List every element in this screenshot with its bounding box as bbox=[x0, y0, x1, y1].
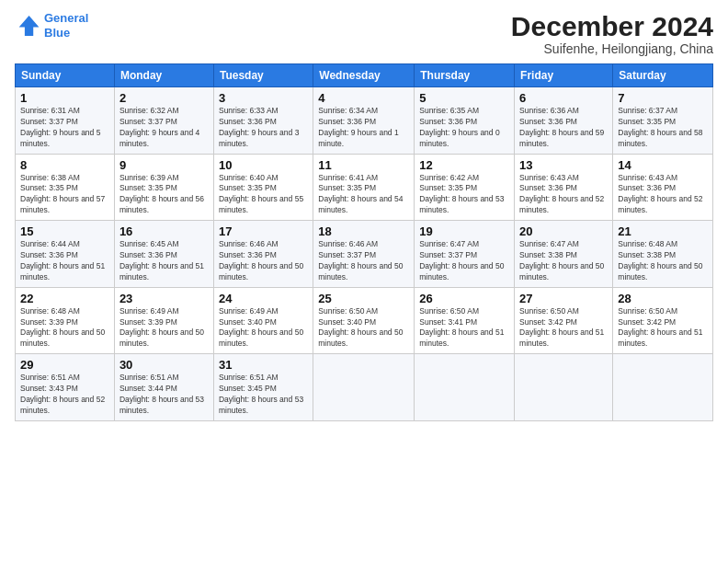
calendar-cell: 4 Sunrise: 6:34 AM Sunset: 3:36 PM Dayli… bbox=[313, 87, 415, 155]
day-info: Sunrise: 6:43 AM Sunset: 3:36 PM Dayligh… bbox=[519, 173, 608, 217]
day-number: 5 bbox=[419, 91, 509, 105]
logo-line2: Blue bbox=[44, 26, 70, 40]
svg-marker-0 bbox=[19, 16, 40, 36]
header: General Blue December 2024 Suifenhe, Hei… bbox=[15, 11, 713, 56]
day-info: Sunrise: 6:43 AM Sunset: 3:36 PM Dayligh… bbox=[618, 173, 708, 217]
day-number: 27 bbox=[519, 292, 608, 305]
day-number: 12 bbox=[419, 158, 509, 172]
day-number: 4 bbox=[318, 91, 409, 105]
day-info: Sunrise: 6:49 AM Sunset: 3:40 PM Dayligh… bbox=[219, 306, 308, 350]
day-info: Sunrise: 6:48 AM Sunset: 3:39 PM Dayligh… bbox=[20, 306, 109, 350]
calendar-table: Sunday Monday Tuesday Wednesday Thursday… bbox=[15, 63, 713, 421]
calendar-cell: 30 Sunrise: 6:51 AM Sunset: 3:44 PM Dayl… bbox=[114, 354, 213, 421]
col-sunday: Sunday bbox=[16, 64, 115, 87]
day-number: 21 bbox=[618, 224, 708, 238]
calendar-cell: 6 Sunrise: 6:36 AM Sunset: 3:36 PM Dayli… bbox=[515, 87, 613, 155]
page-container: General Blue December 2024 Suifenhe, Hei… bbox=[0, 0, 728, 429]
calendar-cell: 10 Sunrise: 6:40 AM Sunset: 3:35 PM Dayl… bbox=[213, 154, 313, 221]
col-wednesday: Wednesday bbox=[313, 64, 415, 87]
col-friday: Friday bbox=[515, 64, 613, 87]
calendar-cell: 9 Sunrise: 6:39 AM Sunset: 3:35 PM Dayli… bbox=[114, 154, 213, 221]
calendar-cell: 31 Sunrise: 6:51 AM Sunset: 3:45 PM Dayl… bbox=[213, 354, 313, 421]
day-info: Sunrise: 6:50 AM Sunset: 3:40 PM Dayligh… bbox=[318, 306, 409, 350]
calendar-cell bbox=[613, 354, 713, 421]
calendar-week-4: 22 Sunrise: 6:48 AM Sunset: 3:39 PM Dayl… bbox=[16, 287, 713, 354]
day-number: 16 bbox=[119, 224, 209, 238]
logo-text: General Blue bbox=[44, 11, 88, 40]
day-number: 6 bbox=[519, 91, 608, 105]
day-info: Sunrise: 6:48 AM Sunset: 3:38 PM Dayligh… bbox=[618, 239, 708, 283]
day-number: 11 bbox=[318, 158, 409, 172]
day-number: 20 bbox=[519, 224, 608, 238]
logo: General Blue bbox=[15, 11, 88, 40]
day-info: Sunrise: 6:47 AM Sunset: 3:38 PM Dayligh… bbox=[519, 239, 608, 283]
day-number: 28 bbox=[618, 292, 708, 305]
day-number: 19 bbox=[419, 224, 509, 238]
day-number: 26 bbox=[419, 292, 509, 305]
calendar-cell: 15 Sunrise: 6:44 AM Sunset: 3:36 PM Dayl… bbox=[16, 221, 115, 288]
day-info: Sunrise: 6:35 AM Sunset: 3:36 PM Dayligh… bbox=[419, 106, 509, 150]
calendar-cell: 22 Sunrise: 6:48 AM Sunset: 3:39 PM Dayl… bbox=[16, 287, 115, 354]
day-info: Sunrise: 6:42 AM Sunset: 3:35 PM Dayligh… bbox=[419, 173, 509, 217]
day-info: Sunrise: 6:44 AM Sunset: 3:36 PM Dayligh… bbox=[20, 239, 109, 283]
day-number: 13 bbox=[519, 158, 608, 172]
day-number: 25 bbox=[318, 292, 409, 305]
day-number: 18 bbox=[318, 224, 409, 238]
day-number: 30 bbox=[119, 358, 209, 372]
day-number: 31 bbox=[219, 358, 308, 372]
day-info: Sunrise: 6:32 AM Sunset: 3:37 PM Dayligh… bbox=[119, 106, 209, 150]
day-number: 29 bbox=[20, 358, 109, 372]
main-title: December 2024 bbox=[511, 11, 713, 41]
day-info: Sunrise: 6:34 AM Sunset: 3:36 PM Dayligh… bbox=[318, 106, 409, 150]
subtitle: Suifenhe, Heilongjiang, China bbox=[511, 41, 713, 56]
day-info: Sunrise: 6:47 AM Sunset: 3:37 PM Dayligh… bbox=[419, 239, 509, 283]
calendar-week-3: 15 Sunrise: 6:44 AM Sunset: 3:36 PM Dayl… bbox=[16, 221, 713, 288]
calendar-cell: 18 Sunrise: 6:46 AM Sunset: 3:37 PM Dayl… bbox=[313, 221, 415, 288]
day-info: Sunrise: 6:51 AM Sunset: 3:44 PM Dayligh… bbox=[119, 373, 209, 417]
calendar-week-2: 8 Sunrise: 6:38 AM Sunset: 3:35 PM Dayli… bbox=[16, 154, 713, 221]
day-number: 8 bbox=[20, 158, 109, 172]
day-number: 22 bbox=[20, 292, 109, 305]
day-info: Sunrise: 6:36 AM Sunset: 3:36 PM Dayligh… bbox=[519, 106, 608, 150]
day-number: 14 bbox=[618, 158, 708, 172]
day-number: 10 bbox=[219, 158, 308, 172]
calendar-cell: 16 Sunrise: 6:45 AM Sunset: 3:36 PM Dayl… bbox=[114, 221, 213, 288]
day-number: 9 bbox=[119, 158, 209, 172]
calendar-cell: 27 Sunrise: 6:50 AM Sunset: 3:42 PM Dayl… bbox=[515, 287, 613, 354]
day-info: Sunrise: 6:50 AM Sunset: 3:42 PM Dayligh… bbox=[618, 306, 708, 350]
day-info: Sunrise: 6:41 AM Sunset: 3:35 PM Dayligh… bbox=[318, 173, 409, 217]
day-info: Sunrise: 6:51 AM Sunset: 3:43 PM Dayligh… bbox=[20, 373, 109, 417]
day-info: Sunrise: 6:33 AM Sunset: 3:36 PM Dayligh… bbox=[219, 106, 308, 150]
calendar-cell bbox=[313, 354, 415, 421]
calendar-cell: 28 Sunrise: 6:50 AM Sunset: 3:42 PM Dayl… bbox=[613, 287, 713, 354]
calendar-cell: 17 Sunrise: 6:46 AM Sunset: 3:36 PM Dayl… bbox=[213, 221, 313, 288]
day-number: 2 bbox=[119, 91, 209, 105]
logo-line1: General bbox=[44, 11, 88, 25]
calendar-cell: 21 Sunrise: 6:48 AM Sunset: 3:38 PM Dayl… bbox=[613, 221, 713, 288]
calendar-cell: 20 Sunrise: 6:47 AM Sunset: 3:38 PM Dayl… bbox=[515, 221, 613, 288]
day-number: 17 bbox=[219, 224, 308, 238]
day-info: Sunrise: 6:50 AM Sunset: 3:42 PM Dayligh… bbox=[519, 306, 608, 350]
day-number: 3 bbox=[219, 91, 308, 105]
day-number: 24 bbox=[219, 292, 308, 305]
calendar-cell bbox=[515, 354, 613, 421]
calendar-cell: 3 Sunrise: 6:33 AM Sunset: 3:36 PM Dayli… bbox=[213, 87, 313, 155]
day-info: Sunrise: 6:49 AM Sunset: 3:39 PM Dayligh… bbox=[119, 306, 209, 350]
header-row: Sunday Monday Tuesday Wednesday Thursday… bbox=[16, 64, 713, 87]
calendar-cell: 13 Sunrise: 6:43 AM Sunset: 3:36 PM Dayl… bbox=[515, 154, 613, 221]
day-info: Sunrise: 6:46 AM Sunset: 3:36 PM Dayligh… bbox=[219, 239, 308, 283]
day-info: Sunrise: 6:38 AM Sunset: 3:35 PM Dayligh… bbox=[20, 173, 109, 217]
calendar-cell: 14 Sunrise: 6:43 AM Sunset: 3:36 PM Dayl… bbox=[613, 154, 713, 221]
day-info: Sunrise: 6:37 AM Sunset: 3:35 PM Dayligh… bbox=[618, 106, 708, 150]
calendar-cell: 11 Sunrise: 6:41 AM Sunset: 3:35 PM Dayl… bbox=[313, 154, 415, 221]
calendar-cell: 29 Sunrise: 6:51 AM Sunset: 3:43 PM Dayl… bbox=[16, 354, 115, 421]
day-info: Sunrise: 6:39 AM Sunset: 3:35 PM Dayligh… bbox=[119, 173, 209, 217]
day-number: 1 bbox=[20, 91, 109, 105]
title-block: December 2024 Suifenhe, Heilongjiang, Ch… bbox=[511, 11, 713, 56]
calendar-cell: 23 Sunrise: 6:49 AM Sunset: 3:39 PM Dayl… bbox=[114, 287, 213, 354]
day-number: 7 bbox=[618, 91, 708, 105]
day-number: 23 bbox=[119, 292, 209, 305]
day-info: Sunrise: 6:46 AM Sunset: 3:37 PM Dayligh… bbox=[318, 239, 409, 283]
calendar-cell: 1 Sunrise: 6:31 AM Sunset: 3:37 PM Dayli… bbox=[16, 87, 115, 155]
col-thursday: Thursday bbox=[415, 64, 515, 87]
